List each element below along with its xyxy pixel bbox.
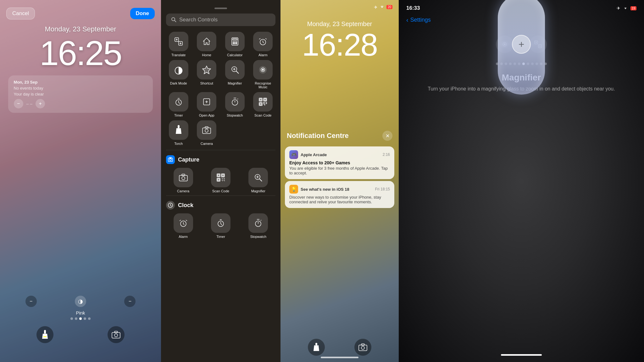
ctrl-recognise-music[interactable]: Recognise Music: [251, 60, 276, 89]
panel4-status-icons: ✈ 19: [617, 6, 636, 11]
nc-app-row-1: 🎮 Apple Arcade: [289, 150, 327, 159]
panel3-spacer: [287, 4, 299, 10]
battery-icon: 20: [386, 5, 392, 9]
panel4-home-indicator: [501, 354, 542, 356]
ctrl-translate[interactable]: Translate: [166, 32, 191, 57]
search-bar[interactable]: Search Controls: [166, 14, 275, 26]
calculator-label: Calculator: [227, 53, 243, 57]
torch-label: Torch: [174, 142, 183, 145]
stopwatch-label: Stopwatch: [227, 113, 243, 117]
ios-app-icon: 💡: [289, 185, 298, 194]
panel3-time: 16:28: [302, 29, 377, 60]
w-dot-4: [84, 317, 86, 320]
minus-right[interactable]: −: [124, 296, 136, 307]
nc-app-name-1: Apple Arcade: [301, 152, 327, 157]
panel3-status-icons: ✈ 20: [374, 4, 392, 10]
ctrl-alarm[interactable]: Alarm: [251, 32, 276, 57]
minus-left[interactable]: −: [25, 296, 37, 307]
capture-camera-label: Camera: [177, 189, 189, 193]
notification-centre: Notification Centre ✕ 🎮 Apple Arcade 2:1…: [280, 126, 399, 362]
svg-rect-45: [182, 174, 185, 176]
svg-point-14: [236, 42, 237, 43]
nc-card-ios[interactable]: 💡 See what's new in iOS 18 Fri 18:15 Dis…: [285, 181, 394, 208]
drawer-handle: [214, 8, 227, 9]
ctrl-darkmode[interactable]: ◑ Dark Mode: [166, 60, 191, 89]
calendar-widget: Mon, 23 Sep No events today Your day is …: [8, 75, 153, 113]
ctrl-magnifier[interactable]: Magnifier: [222, 60, 247, 89]
svg-rect-2: [43, 336, 47, 337]
magnifier-plus-icon: +: [512, 35, 531, 54]
panel1-time: 16:25: [40, 36, 121, 70]
home-label: Home: [202, 53, 211, 57]
camera-button[interactable]: [108, 326, 125, 343]
ctrl-camera[interactable]: Camera: [194, 120, 219, 145]
svg-line-21: [236, 71, 239, 74]
back-arrow-icon: ‹: [406, 16, 408, 24]
clock-timer-icon: [211, 213, 230, 233]
capture-section-header: Capture: [166, 155, 275, 164]
capture-section-label: Capture: [178, 156, 199, 163]
wifi-icon: [380, 4, 385, 10]
bottom-icons-row: [0, 326, 161, 343]
panel3-date: Monday, 23 September: [307, 20, 372, 28]
svg-rect-37: [203, 128, 211, 134]
svg-rect-11: [233, 39, 237, 40]
ctrl-openapp[interactable]: Open App: [194, 92, 219, 117]
capture-grid: Camera Scan Code Magnifier: [166, 168, 275, 193]
nc-card-2-header: 💡 See what's new in iOS 18 Fri 18:15: [289, 185, 390, 194]
magnifier-content-area: +: [399, 26, 644, 95]
ctrl-torch[interactable]: Torch: [166, 120, 191, 145]
clock-section-label: Clock: [178, 202, 193, 209]
ctrl-stopwatch[interactable]: Stopwatch: [222, 92, 247, 117]
nc-app-name-2: See what's new in iOS 18: [301, 187, 349, 192]
shortcut-icon: [197, 60, 216, 80]
clock-section-icon: [166, 201, 175, 210]
svg-rect-35: [178, 125, 180, 128]
svg-rect-5: [114, 331, 118, 333]
dark-mode-icon[interactable]: ◑: [75, 296, 86, 307]
clock-timer-label: Timer: [216, 235, 225, 239]
ctrl-calculator[interactable]: Calculator: [222, 32, 247, 57]
svg-point-4: [114, 334, 118, 337]
settings-back-label: Settings: [410, 17, 431, 23]
ctrl-scancode[interactable]: Scan Code: [251, 92, 276, 117]
clock-stopwatch[interactable]: Stopwatch: [241, 213, 275, 239]
capture-camera[interactable]: Camera: [166, 168, 200, 193]
svg-point-15: [233, 43, 234, 44]
ctrl-home[interactable]: Home: [194, 32, 219, 57]
ctrl-shortcut[interactable]: Shortcut: [194, 60, 219, 89]
alarm-icon: [253, 32, 273, 51]
clock-alarm[interactable]: Alarm: [166, 213, 200, 239]
cal-day-clear: Your day is clear: [14, 92, 147, 96]
capture-magnifier-icon: [248, 168, 268, 187]
cal-minus-button[interactable]: −: [14, 99, 23, 108]
cal-dash: – –: [26, 101, 32, 106]
clock-timer[interactable]: Timer: [203, 213, 238, 239]
nc-close-button[interactable]: ✕: [382, 131, 392, 141]
capture-magnifier[interactable]: Magnifier: [241, 168, 275, 193]
nc-card-arcade[interactable]: 🎮 Apple Arcade 2:16 Enjoy Access to 200+…: [285, 146, 394, 179]
torch-button[interactable]: [36, 326, 53, 343]
nc-notif-body-2: Discover new ways to customise your iPho…: [289, 195, 390, 204]
svg-line-7: [175, 20, 176, 22]
svg-rect-30: [260, 99, 262, 101]
svg-point-6: [172, 18, 175, 21]
done-button[interactable]: Done: [130, 8, 155, 19]
capture-section-icon: [166, 155, 175, 164]
w-dot-3-active: [79, 317, 82, 320]
svg-rect-32: [264, 99, 266, 101]
wallpaper-label: Pink: [76, 310, 85, 315]
scancode-label: Scan Code: [254, 113, 271, 117]
timer-icon: [169, 92, 188, 112]
cal-no-events: No events today: [14, 86, 147, 90]
svg-point-41: [169, 159, 171, 161]
capture-scancode[interactable]: Scan Code: [203, 168, 238, 193]
cal-controls: − – – +: [14, 99, 147, 108]
panel4-settings-magnifier: 16:33 ✈ 19 ‹ Settings: [399, 0, 644, 362]
ctrl-timer[interactable]: Timer: [166, 92, 191, 117]
cancel-button[interactable]: Cancel: [6, 8, 35, 19]
cal-plus-button[interactable]: +: [36, 99, 45, 108]
panel1-minus-row: − ◑ −: [0, 296, 161, 307]
svg-rect-39: [205, 127, 208, 128]
openapp-icon: [197, 92, 216, 112]
